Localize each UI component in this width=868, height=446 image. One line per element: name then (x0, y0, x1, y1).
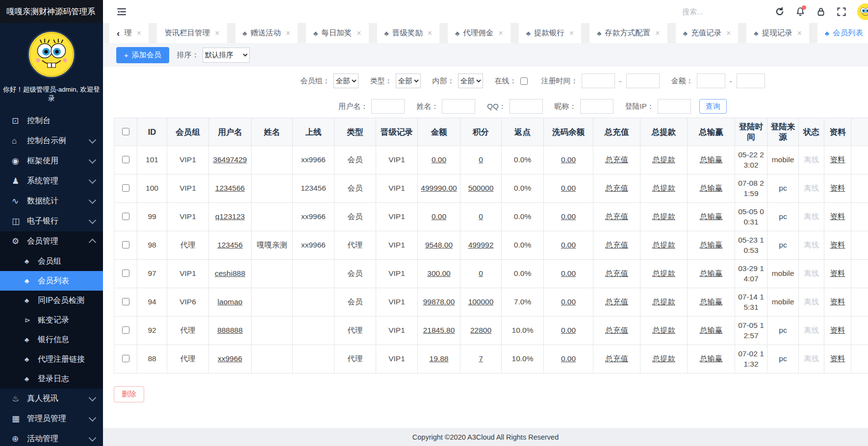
tab-每日加奖[interactable]: ♣每日加奖× (306, 23, 369, 43)
washcode-link[interactable]: 0.00 (561, 184, 576, 192)
close-icon[interactable]: × (357, 29, 361, 38)
internal-select[interactable]: 全部 (458, 74, 483, 88)
profile-link[interactable]: 资料 (830, 297, 845, 306)
close-icon[interactable]: × (428, 29, 432, 38)
withdraw-link[interactable]: 总提款 (652, 184, 675, 192)
profile-link[interactable]: 资料 (830, 212, 845, 221)
sidebar-subitem-代理注册链接[interactable]: ♣代理注册链接 (0, 349, 103, 369)
tab-提款银行[interactable]: ♣提款银行× (519, 23, 582, 43)
username-link[interactable]: 123456 (217, 241, 243, 249)
row-checkbox[interactable] (122, 326, 129, 334)
points-link[interactable]: 7 (479, 354, 483, 363)
points-link[interactable]: 0 (479, 212, 483, 221)
username-link[interactable]: 888888 (217, 326, 243, 334)
amount-min-input[interactable] (697, 74, 725, 88)
sort-select[interactable]: 默认排序 (203, 48, 250, 63)
profile-link[interactable]: 资料 (830, 326, 845, 334)
amount-link[interactable]: 0.00 (432, 155, 446, 164)
close-icon[interactable]: × (726, 29, 731, 38)
amount-max-input[interactable] (737, 74, 765, 88)
sidebar-item-电子银行[interactable]: ◫电子银行 (0, 211, 103, 231)
row-checkbox[interactable] (122, 156, 129, 163)
username-link[interactable]: 1234566 (215, 184, 245, 192)
washcode-link[interactable]: 0.00 (561, 241, 576, 249)
profile-link[interactable]: 资料 (830, 184, 845, 192)
profile-link[interactable]: 资料 (830, 155, 845, 164)
row-checkbox[interactable] (122, 270, 129, 277)
row-checkbox[interactable] (122, 355, 129, 362)
sidebar-subitem-会员组[interactable]: ♣会员组 (0, 251, 103, 271)
sidebar-subitem-会员列表[interactable]: ♣会员列表 (0, 271, 103, 291)
washcode-link[interactable]: 0.00 (561, 326, 576, 334)
winloss-link[interactable]: 总输赢 (700, 212, 723, 221)
recharge-link[interactable]: 总充值 (605, 354, 628, 363)
winloss-link[interactable]: 总输赢 (700, 184, 723, 192)
points-link[interactable]: 499992 (468, 241, 494, 249)
points-link[interactable]: 0 (479, 269, 483, 277)
type-select[interactable]: 全部 (396, 74, 421, 88)
add-member-button[interactable]: + 添加会员 (116, 47, 169, 63)
sidebar-subitem-登录日志[interactable]: ♣登录日志 (0, 369, 103, 389)
row-checkbox[interactable] (122, 213, 129, 220)
recharge-link[interactable]: 总充值 (605, 184, 628, 192)
regtime-start-input[interactable] (582, 74, 615, 88)
withdraw-link[interactable]: 总提款 (652, 241, 675, 249)
winloss-link[interactable]: 总输赢 (700, 241, 723, 249)
close-icon[interactable]: × (137, 29, 141, 38)
amount-link[interactable]: 21845.80 (423, 326, 455, 334)
amount-link[interactable]: 19.88 (430, 354, 449, 363)
withdraw-link[interactable]: 总提款 (652, 297, 675, 306)
tab-晋级奖励[interactable]: ♣晋级奖励× (377, 23, 440, 43)
profile-link[interactable]: 资料 (830, 241, 845, 249)
refresh-icon[interactable] (775, 7, 785, 17)
online-checkbox[interactable] (520, 77, 528, 85)
fullscreen-icon[interactable] (837, 7, 846, 17)
recharge-link[interactable]: 总充值 (605, 326, 628, 334)
sidebar-item-会员管理[interactable]: ⚙会员管理 (0, 231, 103, 251)
sidebar-item-系统管理[interactable]: ♟系统管理 (0, 171, 103, 191)
profile-link[interactable]: 资料 (830, 354, 845, 363)
name-input[interactable] (442, 99, 475, 114)
row-checkbox[interactable] (122, 298, 129, 305)
withdraw-link[interactable]: 总提款 (652, 212, 675, 221)
tab-会员列表[interactable]: ♣会员列表 (817, 23, 868, 43)
points-link[interactable]: 100000 (468, 297, 494, 306)
row-checkbox[interactable] (122, 241, 129, 248)
username-link[interactable]: ceshi888 (215, 269, 245, 277)
loginip-input[interactable] (658, 99, 691, 114)
close-icon[interactable]: × (655, 29, 660, 38)
washcode-link[interactable]: 0.00 (561, 297, 576, 306)
points-link[interactable]: 0 (479, 155, 483, 164)
recharge-link[interactable]: 总充值 (605, 155, 628, 164)
sidebar-subitem-账变记录[interactable]: ⊳账变记录 (0, 310, 103, 330)
username-link[interactable]: 36497429 (213, 155, 247, 164)
recharge-link[interactable]: 总充值 (605, 212, 628, 221)
close-icon[interactable]: × (215, 29, 219, 38)
sidebar-item-控制台示例[interactable]: ⌂控制台示例 (0, 131, 103, 151)
member-group-select[interactable]: 全部 (333, 74, 358, 88)
recharge-link[interactable]: 总充值 (605, 297, 628, 306)
washcode-link[interactable]: 0.00 (561, 269, 576, 277)
winloss-link[interactable]: 总输赢 (700, 155, 723, 164)
sidebar-toggle-icon[interactable] (116, 7, 127, 17)
amount-link[interactable]: 499990.00 (421, 184, 457, 192)
tab-赠送活动[interactable]: ♣赠送活动× (235, 23, 298, 43)
select-all-checkbox[interactable] (122, 128, 129, 135)
tab-代理佣金[interactable]: ♣代理佣金× (448, 23, 511, 43)
profile-link[interactable]: 资料 (830, 269, 845, 277)
withdraw-link[interactable]: 总提款 (652, 269, 675, 277)
washcode-link[interactable]: 0.00 (561, 155, 576, 164)
recharge-link[interactable]: 总充值 (605, 241, 628, 249)
sidebar-subitem-银行信息[interactable]: ♣银行信息 (0, 330, 103, 349)
amount-link[interactable]: 300.00 (427, 269, 450, 277)
tab-充值记录[interactable]: ♣充值记录× (676, 23, 739, 43)
delete-button[interactable]: 删除 (114, 386, 144, 402)
winloss-link[interactable]: 总输赢 (700, 354, 723, 363)
username-link[interactable]: q123123 (215, 212, 245, 221)
query-button[interactable]: 查询 (699, 99, 727, 114)
sidebar-item-控制台[interactable]: ⊡控制台 (0, 111, 103, 131)
sidebar-item-框架使用[interactable]: ◉框架使用 (0, 151, 103, 171)
row-checkbox[interactable] (122, 184, 129, 192)
tab-存款方式配置[interactable]: ♣存款方式配置× (589, 23, 667, 43)
sidebar-item-活动管理[interactable]: ⊕活动管理 (0, 429, 103, 446)
